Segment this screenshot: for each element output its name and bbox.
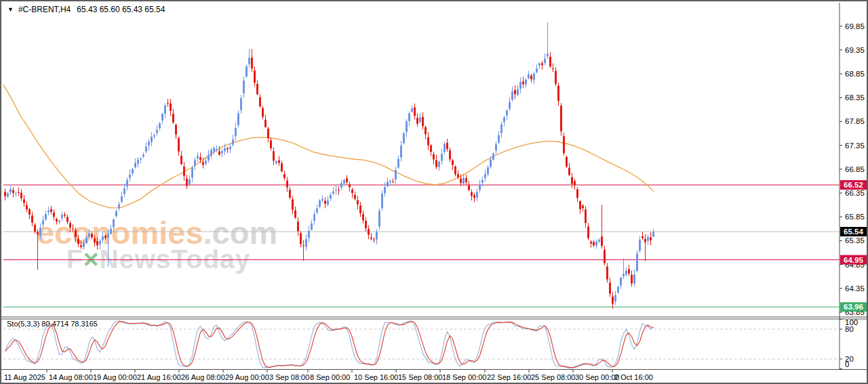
candle-body [294, 211, 296, 218]
candle-body [481, 180, 484, 183]
candle-body [172, 114, 174, 123]
symbol-dropdown-icon[interactable]: ▼ [7, 6, 14, 13]
candle-body [151, 137, 153, 142]
candle-body [492, 153, 494, 159]
price-tick-label: 69.85 [845, 22, 865, 30]
candle-body [571, 177, 573, 184]
candle-body [161, 114, 163, 120]
price-badge-label: 66.52 [844, 181, 863, 189]
candle-body [381, 194, 383, 208]
candle-body [75, 230, 77, 237]
candle-body [102, 236, 104, 240]
candle-body [351, 190, 353, 193]
candle-body [15, 193, 17, 194]
candle-body [449, 150, 451, 160]
candle-body [56, 219, 58, 221]
candle-body [248, 58, 250, 64]
candle-body [498, 135, 500, 143]
candle-body [45, 214, 47, 219]
candle-body [281, 163, 283, 171]
candle-body [435, 160, 437, 167]
candle-body [568, 168, 570, 175]
candle-body [490, 159, 492, 167]
candle-body [164, 106, 166, 114]
moving-average-line [3, 85, 654, 208]
candle-body [7, 193, 9, 196]
candle-body [237, 113, 239, 125]
candle-body [319, 200, 321, 207]
candle-body [262, 108, 264, 117]
candle-body [549, 57, 551, 66]
candle-body [96, 241, 98, 245]
candle-body [4, 192, 6, 196]
candle-body [189, 179, 191, 184]
candle-body [452, 161, 454, 165]
pane-borders [1, 3, 868, 370]
price-badge-label: 65.54 [844, 228, 863, 236]
price-tick-label: 68.35 [845, 93, 865, 102]
candle-body [273, 151, 275, 161]
candle-body [221, 151, 223, 153]
candle-body [118, 205, 120, 209]
candle-body [134, 163, 136, 168]
candle-body [191, 168, 193, 178]
candle-body [42, 220, 44, 224]
candle-body [292, 199, 294, 209]
candle-body [446, 143, 448, 149]
candle-body [438, 162, 440, 167]
time-tick-label: 19 Aug 00:00 [93, 373, 137, 381]
candle-body [110, 229, 112, 234]
candle-body [235, 128, 237, 136]
time-tick-label: 14 Aug 08:00 [49, 373, 93, 381]
candle-body [601, 236, 603, 246]
candle-body [384, 187, 386, 193]
candle-body [213, 148, 215, 151]
candle-body [500, 125, 502, 133]
candle-body [354, 195, 356, 199]
candle-body [400, 146, 402, 158]
candle-body [66, 217, 68, 221]
time-tick-label: 11 Aug 2025 [4, 373, 45, 381]
candle-body [468, 186, 470, 190]
candle-body [397, 159, 399, 168]
candle-body [194, 160, 196, 165]
level-lines[interactable] [3, 185, 840, 307]
candle-body [83, 243, 85, 247]
candle-body [302, 245, 304, 246]
time-tick-label: 8 Sep 00:00 [310, 373, 350, 381]
candle-body [186, 179, 188, 186]
candle-body [365, 221, 367, 228]
candle-body [557, 86, 559, 101]
candle-body [202, 162, 204, 165]
candle-body [148, 142, 150, 145]
candle-body [582, 206, 584, 209]
candle-body [132, 169, 134, 173]
candle-body [205, 161, 207, 164]
time-tick-label: 30 Sep 00:00 [575, 373, 619, 381]
candle-body [270, 140, 272, 148]
candle-body [555, 71, 557, 84]
candle-body [484, 174, 486, 178]
candle-body [77, 239, 79, 244]
candle-body [229, 147, 231, 150]
time-tick-label: 21 Aug 16:00 [137, 373, 181, 381]
candle-body [560, 106, 562, 131]
candle-body [614, 295, 616, 301]
candle-body [642, 236, 644, 238]
candle-body [395, 170, 397, 179]
price-tick-label: 67.85 [845, 117, 865, 125]
time-axis[interactable]: 11 Aug 202514 Aug 08:0019 Aug 00:0021 Au… [4, 370, 653, 381]
chart-canvas[interactable]: 69.8569.3568.8568.3567.8567.3566.8566.35… [1, 1, 868, 384]
candle-body [61, 215, 63, 218]
candle-body [433, 154, 435, 160]
candle-body [308, 231, 310, 238]
candle-body [625, 271, 627, 275]
candle-body [441, 154, 443, 161]
candle-body [129, 175, 131, 178]
candle-body [647, 237, 649, 240]
candle-body [9, 189, 12, 192]
stochastic-pane[interactable] [3, 321, 840, 368]
candle-body [224, 148, 226, 152]
candle-body [604, 250, 606, 263]
candle-body [462, 178, 465, 184]
